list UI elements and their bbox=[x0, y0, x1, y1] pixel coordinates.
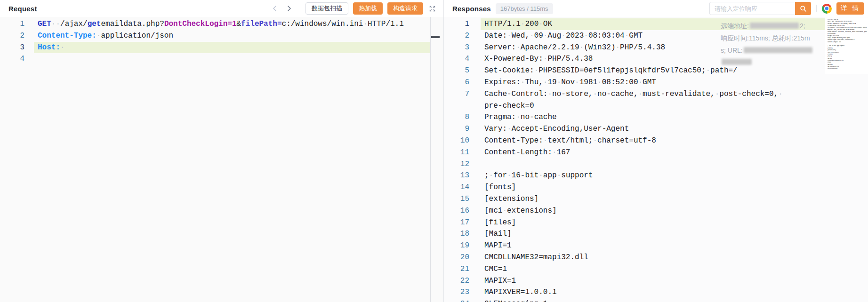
line-content: Server:·Apache/2.2.19·(Win32)·PHP/5.4.38 bbox=[481, 42, 868, 54]
response-panel: Responses 167bytes / 115ms 详 情 1HTTP/1.1… bbox=[444, 0, 868, 302]
code-line: 1GET··/ajax/getemaildata.php?DontCheckLo… bbox=[0, 18, 443, 30]
line-number: 2 bbox=[0, 30, 24, 42]
code-line: 21CMC=1 bbox=[444, 263, 868, 275]
line-content: HTTP/1.1·200·OK bbox=[481, 18, 868, 30]
line-number: 4 bbox=[0, 53, 24, 65]
line-number: 14 bbox=[444, 182, 469, 193]
line-content: GET··/ajax/getemaildata.php?DontCheckLog… bbox=[34, 18, 430, 30]
line-number: 20 bbox=[444, 252, 469, 263]
line-content: ;·for·16-bit·app·support bbox=[481, 170, 868, 182]
response-header: Responses 167bytes / 115ms 详 情 bbox=[444, 0, 868, 17]
chevron-right-icon bbox=[286, 5, 292, 12]
line-number: 13 bbox=[444, 170, 469, 182]
code-line: 3Server:·Apache/2.2.19·(Win32)·PHP/5.4.3… bbox=[444, 42, 868, 54]
header-divider bbox=[816, 5, 817, 12]
code-line: 16[mci·extensions] bbox=[444, 205, 868, 217]
expand-icon bbox=[429, 5, 436, 12]
line-number: 7 bbox=[444, 88, 469, 112]
code-line: 10Content-Type:·text/html;·charset=utf-8 bbox=[444, 135, 868, 147]
code-line: 11Content-Length:·167 bbox=[444, 147, 868, 159]
locate-response-search bbox=[709, 2, 811, 15]
packet-scan-button[interactable]: 数据包扫描 bbox=[305, 2, 348, 15]
build-request-button[interactable]: 构造请求 bbox=[387, 2, 423, 15]
code-line: 7Cache-Control:·no-store,·no-cache,·must… bbox=[444, 88, 868, 112]
response-code-editor[interactable]: 1HTTP/1.1·200·OK2Date:·Wed,·09·Aug·2023·… bbox=[444, 17, 868, 302]
chrome-icon[interactable] bbox=[822, 4, 832, 14]
line-content: MAPIX=1 bbox=[481, 275, 868, 287]
http-inspector-app: Request 数据包扫描 热加载 构造请求 1GET··/ajax/getem… bbox=[0, 0, 868, 302]
detail-button[interactable]: 详 情 bbox=[836, 2, 864, 15]
request-scrollbar[interactable] bbox=[430, 17, 443, 302]
line-number: 3 bbox=[0, 42, 24, 54]
line-content: MAPIXVER=1.0.0.1 bbox=[481, 286, 868, 298]
line-content bbox=[34, 53, 430, 65]
response-size-time-badge: 167bytes / 115ms bbox=[496, 3, 553, 14]
chevron-left-icon bbox=[272, 5, 278, 12]
line-number: 23 bbox=[444, 286, 469, 298]
code-line: 17[files] bbox=[444, 217, 868, 229]
line-content: CMCDLLNAME32=mapi32.dll bbox=[481, 252, 868, 263]
code-line: 6Expires:·Thu,·19·Nov·1981·08:52:00·GMT bbox=[444, 77, 868, 88]
code-line: 20CMCDLLNAME32=mapi32.dll bbox=[444, 252, 868, 263]
response-title: Responses bbox=[452, 5, 491, 13]
line-number: 17 bbox=[444, 217, 469, 229]
fullscreen-button[interactable] bbox=[429, 5, 436, 12]
line-content: Host:· bbox=[34, 42, 430, 54]
code-line: 19MAPI=1 bbox=[444, 240, 868, 252]
code-line: 22MAPIX=1 bbox=[444, 275, 868, 287]
request-code-editor[interactable]: 1GET··/ajax/getemaildata.php?DontCheckLo… bbox=[0, 17, 443, 302]
line-content: X-Powered-By:·PHP/5.4.38 bbox=[481, 53, 868, 65]
line-number: 21 bbox=[444, 263, 469, 275]
line-content: Vary:·Accept-Encoding,User-Agent bbox=[481, 123, 868, 135]
code-line: 5Set-Cookie:·PHPSESSID=0ef5l1fepjslqkfdr… bbox=[444, 65, 868, 77]
code-line: 4 bbox=[0, 53, 443, 65]
line-number: 9 bbox=[444, 123, 469, 135]
line-number: 8 bbox=[444, 111, 469, 123]
code-line: 4X-Powered-By:·PHP/5.4.38 bbox=[444, 53, 868, 65]
line-content: Content-Type:·application/json bbox=[34, 30, 430, 42]
line-content: [mci·extensions] bbox=[481, 205, 868, 217]
search-button[interactable] bbox=[795, 2, 811, 15]
scrollbar-highlight-marker bbox=[431, 36, 440, 38]
line-content: Content-Length:·167 bbox=[481, 147, 868, 159]
line-number: 5 bbox=[444, 65, 469, 77]
code-line: 23MAPIXVER=1.0.0.1 bbox=[444, 286, 868, 298]
request-header: Request 数据包扫描 热加载 构造请求 bbox=[0, 0, 443, 17]
search-icon bbox=[800, 5, 807, 12]
line-number: 16 bbox=[444, 205, 469, 217]
prev-packet-button[interactable] bbox=[271, 4, 279, 13]
line-number: 15 bbox=[444, 193, 469, 205]
hot-reload-button[interactable]: 热加载 bbox=[353, 2, 383, 15]
code-line: 2Date:·Wed,·09·Aug·2023·08:03:04·GMT bbox=[444, 30, 868, 42]
code-minimap: HTTP/1.1 200 OKDate: Wed, 09 Aug 2023 08… bbox=[825, 17, 868, 74]
line-content: Content-Type:·text/html;·charset=utf-8 bbox=[481, 135, 868, 147]
line-number: 22 bbox=[444, 275, 469, 287]
line-number: 24 bbox=[444, 298, 469, 302]
code-line: 2Content-Type:·application/json bbox=[0, 30, 443, 42]
line-content: [extensions] bbox=[481, 193, 868, 205]
line-number: 6 bbox=[444, 77, 469, 88]
line-content: Date:·Wed,·09·Aug·2023·08:03:04·GMT bbox=[481, 30, 868, 42]
line-content: Set-Cookie:·PHPSESSID=0ef5l1fepjslqkfdr5… bbox=[481, 65, 868, 77]
code-line: 1HTTP/1.1·200·OK bbox=[444, 18, 868, 30]
code-line: 8Pragma:·no-cache bbox=[444, 111, 868, 123]
line-content: [Mail] bbox=[481, 228, 868, 240]
line-number: 2 bbox=[444, 30, 469, 42]
line-number: 19 bbox=[444, 240, 469, 252]
request-title: Request bbox=[8, 5, 37, 13]
code-line: 15[extensions] bbox=[444, 193, 868, 205]
line-content: OLEMessaging=1 bbox=[481, 298, 868, 302]
code-line: 24OLEMessaging=1 bbox=[444, 298, 868, 302]
line-content: Pragma:·no-cache bbox=[481, 111, 868, 123]
line-number: 1 bbox=[444, 18, 469, 30]
line-number: 3 bbox=[444, 42, 469, 54]
request-panel: Request 数据包扫描 热加载 构造请求 1GET··/ajax/getem… bbox=[0, 0, 444, 302]
line-content: CMC=1 bbox=[481, 263, 868, 275]
line-number: 1 bbox=[0, 18, 24, 30]
search-input[interactable] bbox=[709, 2, 795, 15]
code-line: 18[Mail] bbox=[444, 228, 868, 240]
line-content bbox=[481, 159, 868, 170]
code-line: 12 bbox=[444, 159, 868, 170]
next-packet-button[interactable] bbox=[285, 4, 293, 13]
line-content: [fonts] bbox=[481, 182, 868, 193]
